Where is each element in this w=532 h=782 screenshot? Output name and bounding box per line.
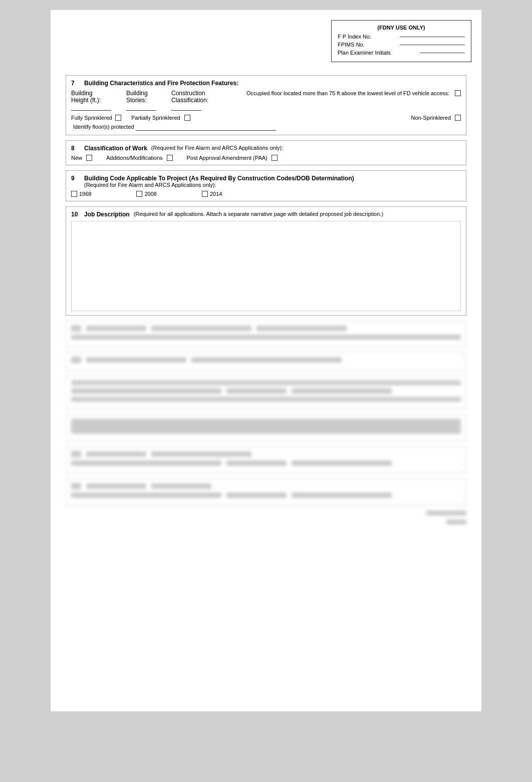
- sec7-characteristics-row: Building Height (ft.): Building Stories:…: [71, 90, 461, 111]
- code-2008-item: 2008: [136, 191, 156, 197]
- work-new-checkbox[interactable]: [86, 155, 92, 161]
- section-9-num: 9: [71, 175, 79, 182]
- blurred-section-12: [66, 352, 466, 371]
- blurred-sections: [66, 321, 466, 526]
- section-8-title: Classification of Work: [84, 145, 147, 152]
- code-2014-label: 2014: [210, 191, 222, 197]
- section-10-num: 10: [71, 211, 79, 218]
- occupied-field: Occupied floor located more than 75 ft a…: [246, 90, 461, 97]
- fdny-fpims-label: FPIMS No.: [338, 42, 365, 48]
- code-1968-item: 1968: [71, 191, 91, 197]
- non-sprinklered-item: Non-Sprinklered: [411, 115, 461, 121]
- work-paa-checkbox[interactable]: [272, 155, 278, 161]
- section-8-num: 8: [71, 145, 79, 152]
- sec9-code-row: 1968 2008 2014: [71, 191, 461, 197]
- fully-sprinklered-label: Fully Sprinklered: [71, 115, 112, 121]
- blurred-section-16: [66, 478, 466, 505]
- non-sprinklered-checkbox[interactable]: [455, 115, 461, 121]
- blurred-section-14: [66, 414, 466, 441]
- section-10-subtitle: (Required for all applications. Attach a…: [134, 211, 383, 217]
- blurred-footer: [66, 510, 466, 526]
- section-8: 8 Classification of Work (Required for F…: [66, 140, 466, 165]
- section-7-header: 7 Building Characteristics and Fire Prot…: [71, 80, 461, 87]
- fdny-plan-examiner-row: Plan Examiner Initials: [338, 50, 465, 56]
- sec7-identify-row: Identify floor(s) protected: [73, 124, 461, 131]
- blurred-section-11: [66, 321, 466, 347]
- code-1968-label: 1968: [79, 191, 91, 197]
- code-2014-item: 2014: [202, 191, 222, 197]
- construction-classification-field: Construction Classification:: [171, 90, 231, 111]
- section-9-title: Building Code Applicable To Project (As …: [84, 175, 354, 182]
- section-9-header: 9 Building Code Applicable To Project (A…: [71, 175, 461, 188]
- building-stories-input[interactable]: [126, 104, 156, 111]
- work-paa-label: Post Approval Amendment (PAA): [187, 155, 268, 161]
- occupied-text: Occupied floor located more than 75 ft a…: [246, 90, 451, 97]
- fully-sprinklered-checkbox[interactable]: [115, 115, 121, 121]
- section-7: 7 Building Characteristics and Fire Prot…: [66, 75, 466, 135]
- fdny-fp-index-line: [400, 37, 465, 37]
- identify-floors-input[interactable]: [136, 124, 276, 131]
- building-height-label: Building Height (ft.):: [71, 90, 111, 104]
- fdny-fpims-line: [400, 45, 465, 45]
- building-height-field: Building Height (ft.):: [71, 90, 111, 111]
- section-10: 10 Job Description (Required for all app…: [66, 206, 466, 316]
- construction-label: Construction Classification:: [171, 90, 231, 104]
- fdny-plan-examiner-line: [420, 53, 465, 53]
- partially-sprinklered-item: Partially Sprinklered: [131, 115, 190, 121]
- code-2014-checkbox[interactable]: [202, 191, 208, 197]
- fully-sprinklered-item: Fully Sprinklered: [71, 115, 121, 121]
- work-new-label: New: [71, 155, 82, 161]
- building-stories-field: Building Stories:: [126, 90, 156, 111]
- fdny-fpims-row: FPIMS No.: [338, 42, 465, 48]
- partially-sprinklered-label: Partially Sprinklered: [131, 115, 180, 121]
- work-additions-label: Additions/Modifications: [106, 155, 163, 161]
- non-sprinklered-label: Non-Sprinklered: [411, 115, 451, 121]
- building-stories-label: Building Stories:: [126, 90, 156, 104]
- code-2008-label: 2008: [144, 191, 156, 197]
- construction-classification-input[interactable]: [171, 104, 201, 111]
- blurred-section-13: [66, 376, 466, 409]
- code-2008-checkbox[interactable]: [136, 191, 142, 197]
- section-7-title: Building Characteristics and Fire Protec…: [84, 80, 238, 87]
- section-8-header: 8 Classification of Work (Required for F…: [71, 145, 461, 152]
- fdny-fp-index-row: F P Index No.: [338, 34, 465, 40]
- sec7-sprinkler-row: Fully Sprinklered Partially Sprinklered …: [71, 115, 461, 121]
- section-8-subtitle: (Required for Fire Alarm and ARCS Applic…: [151, 145, 284, 151]
- section-10-header: 10 Job Description (Required for all app…: [71, 211, 461, 218]
- fdny-box: (FDNY USE ONLY) F P Index No. FPIMS No. …: [331, 20, 471, 62]
- occupied-checkbox[interactable]: [455, 90, 461, 96]
- code-1968-checkbox[interactable]: [71, 191, 77, 197]
- sec8-work-type-row: New Additions/Modifications Post Approva…: [71, 155, 461, 161]
- section-9-subtitle: (Required for Fire Alarm and ARCS Applic…: [84, 182, 354, 188]
- page: (FDNY USE ONLY) F P Index No. FPIMS No. …: [51, 10, 481, 711]
- building-height-input[interactable]: [71, 104, 111, 111]
- section-9: 9 Building Code Applicable To Project (A…: [66, 170, 466, 201]
- blurred-section-15: [66, 446, 466, 473]
- section-10-title: Job Description: [84, 211, 130, 218]
- section-7-num: 7: [71, 80, 79, 87]
- work-additions-checkbox[interactable]: [167, 155, 173, 161]
- fdny-plan-examiner-label: Plan Examiner Initials: [338, 50, 391, 56]
- fdny-title: (FDNY USE ONLY): [338, 25, 465, 31]
- identify-label: Identify floor(s) protected: [73, 124, 134, 130]
- section-10-description-area[interactable]: [71, 221, 461, 311]
- section-9-title-area: Building Code Applicable To Project (As …: [84, 175, 354, 188]
- partially-sprinklered-checkbox[interactable]: [184, 115, 190, 121]
- fdny-fp-index-label: F P Index No.: [338, 34, 371, 40]
